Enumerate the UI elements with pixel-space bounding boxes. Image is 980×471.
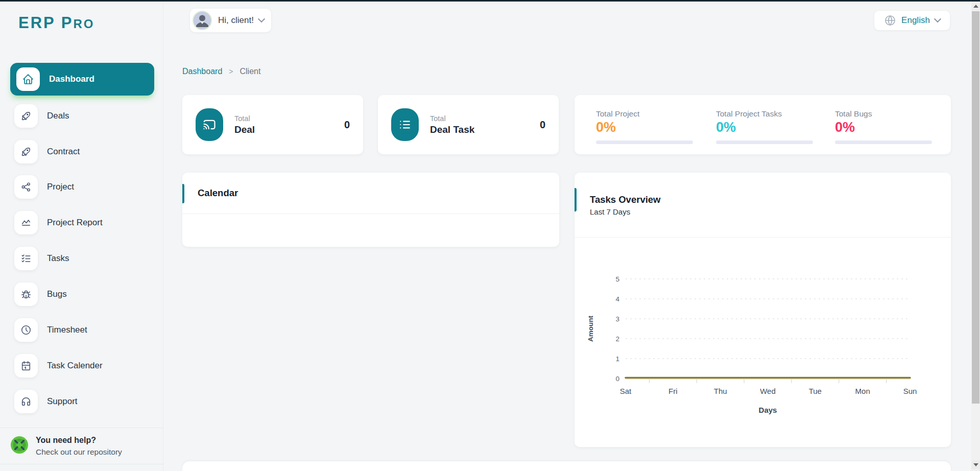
totals-stats-card: Total Project 0% Total Project Tasks 0% … bbox=[575, 95, 951, 154]
svg-text:Days: Days bbox=[759, 406, 777, 414]
calendar-icon bbox=[14, 354, 38, 378]
help-subtitle: Check out our repository bbox=[36, 448, 122, 457]
sidebar-item-timesheet[interactable]: Timesheet bbox=[10, 317, 154, 343]
stat-total-project-tasks: Total Project Tasks 0% bbox=[716, 109, 813, 144]
card-label-bottom: Deal Task bbox=[430, 124, 540, 135]
svg-text:2: 2 bbox=[615, 335, 619, 343]
stat-label: Total Bugs bbox=[835, 109, 932, 119]
sidebar-item-tasks[interactable]: Tasks bbox=[10, 245, 154, 272]
scrollbar-up-arrow[interactable] bbox=[971, 2, 980, 10]
card-label-bottom: Deal bbox=[234, 124, 344, 135]
clock-icon bbox=[14, 318, 38, 342]
sidebar-item-label: Project bbox=[47, 182, 74, 192]
sidebar-item-deals[interactable]: Deals bbox=[10, 103, 154, 129]
chevron-down-icon bbox=[934, 15, 941, 22]
stat-total-bugs: Total Bugs 0% bbox=[835, 109, 932, 144]
language-label: English bbox=[901, 15, 930, 26]
svg-text:4: 4 bbox=[615, 295, 619, 303]
greeting-text: Hi, client! bbox=[218, 15, 254, 26]
sidebar-item-dashboard[interactable]: Dashboard bbox=[10, 63, 154, 96]
breadcrumb: Dashboard > Client bbox=[182, 67, 260, 76]
line-chart: 012345SatFriThuWedTueMonSunAmountDays bbox=[580, 249, 946, 418]
window-top-edge bbox=[0, 0, 980, 2]
card-label-top: Total bbox=[430, 114, 540, 123]
life-ring-icon bbox=[10, 436, 29, 454]
card-value: 0 bbox=[344, 119, 350, 131]
svg-text:Sat: Sat bbox=[620, 387, 632, 395]
sidebar-item-label: Deals bbox=[47, 111, 69, 121]
sidebar-item-bugs[interactable]: Bugs bbox=[10, 281, 154, 308]
home-icon bbox=[16, 67, 40, 91]
list-icon bbox=[391, 108, 419, 141]
svg-text:Wed: Wed bbox=[760, 387, 776, 395]
stat-value: 0% bbox=[716, 120, 813, 135]
calendar-card-header: Calendar bbox=[182, 173, 559, 214]
progress-bar bbox=[835, 140, 932, 144]
user-menu[interactable]: Hi, client! bbox=[190, 9, 271, 32]
svg-text:Mon: Mon bbox=[855, 387, 870, 395]
scrollbar-down-arrow[interactable] bbox=[971, 460, 980, 469]
calendar-card: Calendar bbox=[182, 173, 559, 247]
svg-text:Fri: Fri bbox=[668, 387, 678, 395]
language-selector[interactable]: English bbox=[874, 11, 950, 30]
rocket-icon bbox=[14, 104, 38, 128]
breadcrumb-separator: > bbox=[229, 67, 233, 76]
svg-text:Sun: Sun bbox=[903, 387, 917, 395]
sidebar-item-label: Contract bbox=[47, 147, 80, 157]
sidebar-item-label: Project Report bbox=[47, 218, 103, 228]
svg-text:1: 1 bbox=[615, 355, 619, 363]
accent-bar bbox=[182, 184, 184, 203]
calendar-title: Calendar bbox=[198, 187, 559, 199]
tasks-overview-subtitle: Last 7 Days bbox=[590, 207, 630, 216]
accent-bar bbox=[575, 188, 577, 211]
sidebar-item-support[interactable]: Support bbox=[10, 388, 154, 415]
breadcrumb-dashboard[interactable]: Dashboard bbox=[182, 67, 222, 76]
svg-text:Amount: Amount bbox=[587, 316, 594, 342]
stat-value: 0% bbox=[596, 120, 693, 135]
breadcrumb-current: Client bbox=[240, 67, 260, 76]
chart-line-icon bbox=[14, 211, 38, 234]
stat-value: 0% bbox=[835, 120, 932, 135]
triangle-up-icon bbox=[973, 5, 978, 8]
stat-total-project: Total Project 0% bbox=[596, 109, 693, 144]
sidebar-item-task-calender[interactable]: Task Calender bbox=[10, 352, 154, 379]
svg-text:Thu: Thu bbox=[714, 387, 727, 395]
calendar-body bbox=[182, 214, 559, 246]
total-deal-task-card: Total Deal Task 0 bbox=[378, 95, 559, 154]
sidebar-item-label: Dashboard bbox=[49, 74, 94, 84]
avatar bbox=[193, 11, 212, 30]
stat-label: Total Project Tasks bbox=[716, 109, 813, 119]
list-check-icon bbox=[14, 247, 38, 270]
sidebar-item-label: Timesheet bbox=[47, 325, 87, 335]
cast-icon bbox=[196, 108, 223, 141]
total-deal-card: Total Deal 0 bbox=[182, 95, 363, 154]
divider bbox=[0, 464, 163, 464]
card-value: 0 bbox=[540, 119, 545, 131]
chevron-down-icon bbox=[258, 15, 265, 22]
bug-icon bbox=[14, 282, 38, 306]
vertical-scrollbar[interactable] bbox=[971, 2, 980, 471]
globe-icon bbox=[884, 14, 896, 27]
stat-label: Total Project bbox=[596, 109, 693, 119]
svg-text:5: 5 bbox=[615, 275, 619, 283]
tasks-overview-chart: 012345SatFriThuWedTueMonSunAmountDays bbox=[580, 249, 946, 418]
sidebar-item-project-report[interactable]: Project Report bbox=[10, 209, 154, 236]
sidebar-item-contract[interactable]: Contract bbox=[10, 138, 154, 165]
svg-text:Tue: Tue bbox=[809, 387, 822, 395]
sidebar-item-label: Tasks bbox=[47, 253, 69, 264]
app-logo-text: ERP P bbox=[18, 14, 73, 32]
sidebar-item-label: Task Calender bbox=[47, 361, 103, 371]
tasks-overview-title: Tasks Overview bbox=[590, 194, 661, 205]
scrollbar-thumb[interactable] bbox=[972, 11, 979, 404]
progress-bar bbox=[716, 140, 813, 144]
app-logo: ERP PRO bbox=[18, 14, 94, 32]
help-panel[interactable]: You need help? Check out our repository bbox=[10, 436, 122, 457]
sidebar-item-label: Support bbox=[47, 396, 78, 407]
svg-text:0: 0 bbox=[615, 375, 619, 383]
progress-bar bbox=[596, 140, 693, 144]
sidebar-item-project[interactable]: Project bbox=[10, 174, 154, 200]
headphones-icon bbox=[14, 390, 38, 413]
help-title: You need help? bbox=[36, 436, 122, 445]
rocket-icon bbox=[14, 140, 38, 163]
tasks-card-header: Tasks Overview Last 7 Days bbox=[575, 173, 951, 238]
